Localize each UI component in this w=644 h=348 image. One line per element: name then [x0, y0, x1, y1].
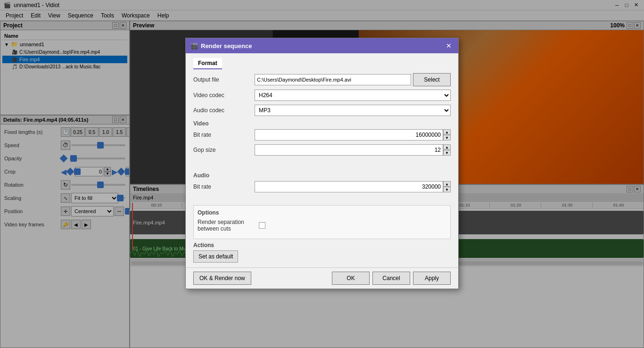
gop-size-container: 12 ▲ ▼	[255, 144, 451, 156]
cancel-button[interactable]: Cancel	[372, 272, 410, 285]
output-file-input[interactable]: C:\Users\Daymond\Desktop\Fire.mp4.avi	[255, 74, 411, 85]
audio-bitrate-spin: ▲ ▼	[443, 181, 451, 192]
audio-bitrate-container: 320000 ▲ ▼	[255, 181, 451, 192]
video-bitrate-spin: ▲ ▼	[443, 129, 451, 141]
video-bitrate-spin-up[interactable]: ▲	[443, 129, 451, 135]
video-bitrate-input[interactable]: 16000000	[255, 129, 443, 141]
render-separation-label: Render separation between cuts	[198, 219, 259, 232]
audio-section-title: Audio	[193, 172, 451, 179]
audio-bitrate-input[interactable]: 320000	[255, 181, 443, 192]
audio-codec-label: Audio codec	[193, 107, 255, 114]
audio-bitrate-row: Bit rate 320000 ▲ ▼	[193, 181, 451, 193]
modal-title-bar: 🎬 Render sequence ✕	[186, 38, 458, 53]
ok-render-button[interactable]: OK & Render now	[193, 272, 251, 285]
video-bitrate-label: Bit rate	[193, 132, 255, 138]
modal-footer-right: OK Cancel Apply	[332, 272, 451, 285]
audio-codec-row: Audio codec MP3 AAC PCM	[193, 104, 451, 116]
modal-overlay: 🎬 Render sequence ✕ Format Output file C…	[0, 0, 644, 348]
render-sequence-dialog: 🎬 Render sequence ✕ Format Output file C…	[185, 38, 459, 289]
video-bitrate-row: Bit rate 16000000 ▲ ▼	[193, 129, 451, 141]
gop-size-spin: ▲ ▼	[443, 144, 451, 156]
gop-size-row: Gop size 12 ▲ ▼	[193, 144, 451, 156]
video-codec-label: Video codec	[193, 92, 255, 99]
gop-size-label: Gop size	[193, 147, 255, 153]
gop-spin-down[interactable]: ▼	[443, 150, 451, 156]
gop-size-input[interactable]: 12	[255, 144, 443, 156]
audio-bitrate-spin-up[interactable]: ▲	[443, 181, 451, 187]
video-codec-select[interactable]: H264 H265 VP9	[255, 90, 451, 101]
video-bitrate-spin-down[interactable]: ▼	[443, 135, 451, 141]
modal-footer: OK & Render now OK Cancel Apply	[186, 267, 458, 289]
set-default-button[interactable]: Set as default	[193, 250, 238, 263]
audio-bitrate-spin-down[interactable]: ▼	[443, 187, 451, 192]
audio-bitrate-label: Bit rate	[193, 183, 255, 190]
render-separation-checkbox[interactable]	[259, 222, 265, 229]
video-section-title: Video	[193, 120, 451, 127]
spacer	[193, 159, 451, 168]
spacer-2	[193, 196, 451, 205]
options-section: Options Render separation between cuts	[193, 205, 451, 239]
actions-title: Actions	[193, 242, 451, 249]
video-codec-row: Video codec H264 H265 VP9	[193, 89, 451, 101]
modal-title: 🎬 Render sequence	[190, 42, 252, 50]
output-file-row: Output file C:\Users\Daymond\Desktop\Fir…	[193, 73, 451, 86]
output-file-label: Output file	[193, 76, 255, 83]
render-title: Render sequence	[201, 42, 252, 50]
render-icon: 🎬	[190, 42, 198, 50]
video-bitrate-container: 16000000 ▲ ▼	[255, 129, 451, 141]
apply-button[interactable]: Apply	[413, 272, 451, 285]
modal-close-button[interactable]: ✕	[444, 41, 454, 50]
options-title: Options	[198, 209, 446, 216]
format-tab[interactable]: Format	[193, 58, 222, 69]
select-output-button[interactable]: Select	[413, 73, 451, 86]
gop-spin-up[interactable]: ▲	[443, 144, 451, 150]
ok-button[interactable]: OK	[332, 272, 370, 285]
audio-codec-select[interactable]: MP3 AAC PCM	[255, 105, 451, 116]
render-separation-row: Render separation between cuts	[198, 219, 446, 232]
modal-body: Format Output file C:\Users\Daymond\Desk…	[186, 53, 458, 267]
